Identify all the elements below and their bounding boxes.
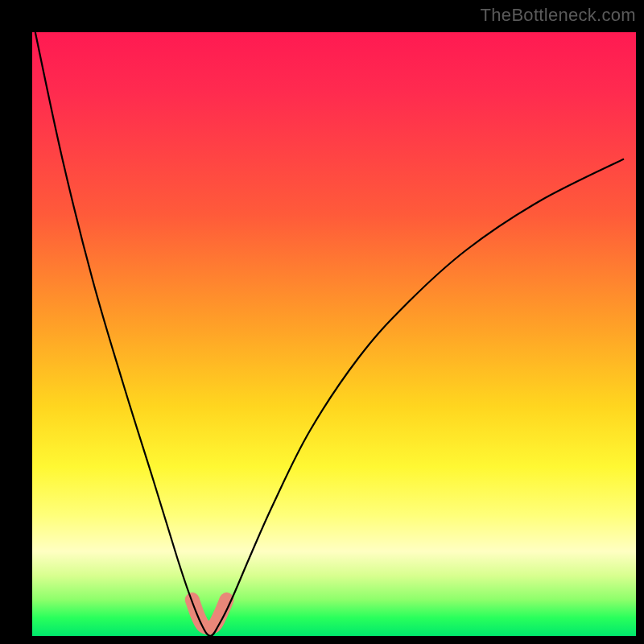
curve-layer [32,32,636,636]
plot-area [32,32,636,636]
chart-frame: TheBottleneck.com [0,0,644,644]
bottleneck-curve [35,32,624,636]
watermark-text: TheBottleneck.com [481,5,636,26]
